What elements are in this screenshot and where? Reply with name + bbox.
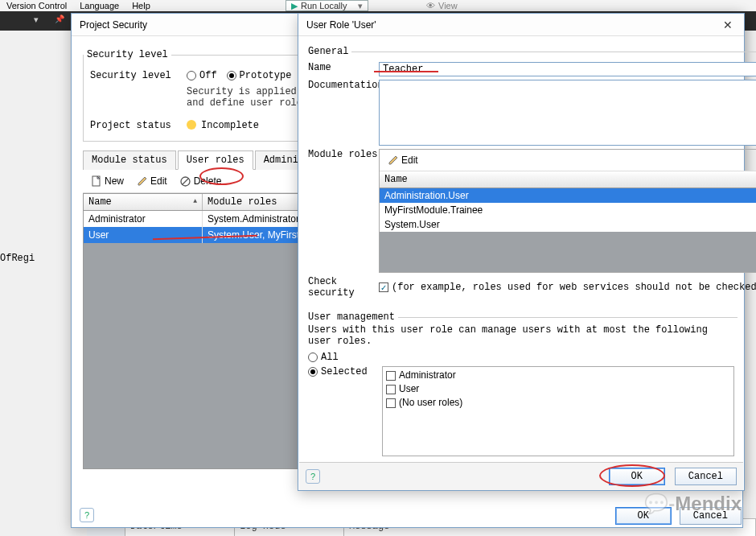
column-name[interactable]: Name xyxy=(84,194,203,210)
close-button[interactable]: ✕ xyxy=(717,17,739,33)
tab-user-roles[interactable]: User roles xyxy=(178,150,253,170)
new-button[interactable]: New xyxy=(88,174,127,188)
delete-icon xyxy=(180,175,191,187)
pencil-icon xyxy=(137,175,148,187)
cancel-button[interactable]: Cancel xyxy=(675,468,737,485)
module-role-row[interactable]: System.User xyxy=(380,217,756,232)
user-management-group: User management Users with this user rol… xyxy=(305,311,738,461)
svg-line-2 xyxy=(183,178,189,184)
user-role-dialog: User Role 'User' ✕ General Name Document… xyxy=(298,13,745,491)
dialog-footer: ? OK Cancel xyxy=(299,462,743,490)
delete-button[interactable]: Delete xyxy=(177,174,225,188)
module-roles-column-name[interactable]: Name xyxy=(380,171,756,188)
status-dot-icon xyxy=(187,120,196,130)
role-checkbox[interactable] xyxy=(386,398,396,408)
role-checkbox[interactable] xyxy=(386,385,396,394)
help-icon[interactable]: ? xyxy=(80,508,94,522)
chevron-down-icon[interactable]: ▾ xyxy=(34,14,39,25)
menu-help[interactable]: Help xyxy=(132,1,150,10)
documentation-label: Documentation xyxy=(308,80,379,91)
module-role-row[interactable]: MyFirstModule.Trainee xyxy=(380,203,756,217)
project-status-value: Incomplete xyxy=(201,120,259,131)
name-input[interactable] xyxy=(379,62,756,76)
role-checkbox[interactable] xyxy=(386,371,396,381)
radio-selected[interactable]: Selected xyxy=(308,366,382,377)
help-icon[interactable]: ? xyxy=(306,469,320,484)
menu-language[interactable]: Language xyxy=(80,1,119,10)
radio-off[interactable]: Off xyxy=(187,70,217,81)
security-level-label: Security level xyxy=(90,70,187,81)
check-security-hint: (for example, roles used for web service… xyxy=(392,282,756,293)
watermark: 💬-Mendix xyxy=(644,493,742,515)
eye-icon: 👁 xyxy=(426,1,435,10)
main-menubar: Version Control Language Help xyxy=(0,0,756,11)
view-button[interactable]: 👁 View xyxy=(426,0,458,11)
module-roles-label: Module roles xyxy=(308,149,379,160)
check-security-checkbox[interactable] xyxy=(379,282,388,292)
edit-button[interactable]: Edit xyxy=(134,174,171,188)
menu-version-control[interactable]: Version Control xyxy=(6,1,67,10)
new-icon xyxy=(91,175,102,187)
user-role-title: User Role 'User' xyxy=(298,14,744,36)
project-status-label: Project status xyxy=(90,120,187,131)
module-roles-box: Edit Name Administration.User MyFirstMod… xyxy=(379,149,756,273)
name-label: Name xyxy=(308,62,379,73)
module-role-row[interactable]: Administration.User xyxy=(380,188,756,203)
dropdown-icon: ▾ xyxy=(358,1,363,11)
general-group: General Name Documentation Module roles xyxy=(305,46,756,303)
module-roles-edit-button[interactable]: Edit xyxy=(384,153,756,167)
documentation-input[interactable] xyxy=(379,80,756,146)
run-locally-button[interactable]: ▶ Run Locally ▾ xyxy=(286,0,368,11)
play-icon: ▶ xyxy=(291,1,298,11)
ok-button[interactable]: OK xyxy=(609,468,665,485)
manageable-roles-list: Administrator User (No user roles) xyxy=(382,366,734,456)
check-security-label: Check security xyxy=(308,276,379,299)
tab-module-status[interactable]: Module status xyxy=(83,150,176,170)
user-management-desc: Users with this user role can manage use… xyxy=(308,324,734,347)
sidebar-fragment: OfRegi xyxy=(0,253,35,264)
radio-all[interactable]: All xyxy=(308,352,339,363)
pin-icon[interactable]: 📌 xyxy=(55,14,64,23)
pencil-icon xyxy=(388,155,399,166)
